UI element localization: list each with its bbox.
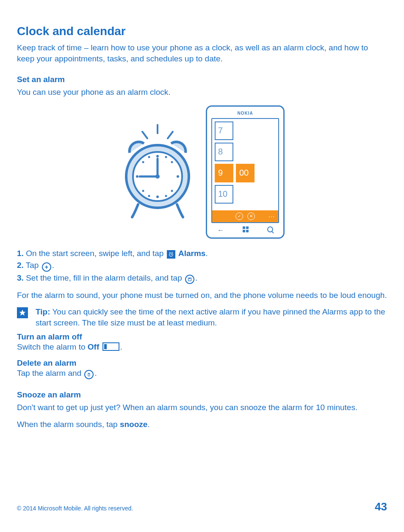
set-alarm-lead: You can use your phone as an alarm clock… — [17, 87, 387, 98]
turn-off-heading: Turn an alarm off — [17, 332, 387, 342]
back-arrow-icon: ← — [217, 226, 224, 234]
trash-circle-icon — [84, 370, 94, 379]
page-footer: © 2014 Microsoft Mobile. All rights rese… — [17, 500, 387, 513]
more-icon: ··· — [268, 213, 275, 220]
svg-point-7 — [136, 175, 138, 178]
svg-point-9 — [142, 161, 144, 163]
svg-point-10 — [171, 161, 173, 163]
svg-line-23 — [169, 252, 170, 253]
svg-rect-26 — [189, 278, 191, 279]
plus-circle-icon: + — [42, 262, 51, 272]
time-picker-7: 7 — [215, 121, 233, 140]
step-2-number: 2. — [17, 261, 24, 270]
svg-point-11 — [142, 190, 144, 192]
search-icon — [267, 226, 273, 232]
time-picker-00: 00 — [236, 164, 255, 182]
page-number: 43 — [375, 500, 387, 513]
check-circle-icon: ✓ — [235, 212, 243, 220]
snooze-p2: When the alarm sounds, tap snooze. — [17, 419, 387, 430]
svg-point-6 — [156, 196, 159, 198]
phone-nav-bar: ← — [211, 223, 279, 235]
svg-point-8 — [177, 175, 179, 178]
set-alarm-heading: Set an alarm — [17, 75, 387, 84]
illustration: NOKIA 7 8 9 00 10 ✓ ✕ ··· ← — [17, 105, 387, 239]
step-2: 2. Tap +. — [17, 260, 387, 272]
phone-app-bar: ✓ ✕ ··· — [212, 210, 278, 222]
tip-text: Tip: You can quickly see the time of the… — [36, 306, 387, 328]
alarms-label: Alarms — [178, 249, 205, 258]
save-circle-icon — [185, 275, 194, 284]
svg-point-12 — [171, 190, 173, 192]
svg-line-1 — [142, 132, 147, 138]
svg-point-15 — [148, 195, 150, 197]
x-circle-icon: ✕ — [247, 212, 255, 220]
step-1-number: 1. — [17, 249, 24, 258]
time-picker-8: 8 — [215, 143, 233, 161]
step-3-number: 3. — [17, 273, 24, 282]
phone-mockup: NOKIA 7 8 9 00 10 ✓ ✕ ··· ← — [206, 105, 285, 239]
svg-marker-27 — [19, 310, 26, 316]
phone-screen: 7 8 9 00 10 ✓ ✕ ··· — [211, 118, 279, 223]
alarms-tile-icon — [167, 250, 175, 259]
svg-point-5 — [156, 155, 159, 157]
page-title: Clock and calendar — [17, 25, 387, 38]
svg-rect-28 — [88, 374, 90, 376]
alarm-clock-illustration — [119, 123, 196, 221]
steps-list: 1. On the start screen, swipe left, and … — [17, 248, 387, 284]
windows-icon — [243, 226, 249, 232]
svg-line-24 — [172, 252, 173, 253]
star-tip-icon — [17, 307, 28, 318]
phone-brand: NOKIA — [211, 111, 279, 116]
svg-point-14 — [165, 156, 167, 158]
delete-body: Tap the alarm and . — [17, 368, 387, 379]
copyright: © 2014 Microsoft Mobile. All rights rese… — [17, 505, 133, 512]
time-picker-9: 9 — [215, 164, 233, 182]
snooze-p1: Don't want to get up just yet? When an a… — [17, 402, 387, 413]
svg-point-13 — [148, 156, 150, 158]
toggle-off-icon — [102, 342, 119, 351]
step-1: 1. On the start screen, swipe left, and … — [17, 248, 387, 259]
delete-heading: Delete an alarm — [17, 358, 387, 368]
step-3: 3. Set the time, fill in the alarm detai… — [17, 273, 387, 284]
svg-point-19 — [155, 174, 160, 179]
time-picker-10: 10 — [215, 185, 233, 204]
snooze-heading: Snooze an alarm — [17, 390, 387, 400]
tip-block: Tip: You can quickly see the time of the… — [17, 306, 387, 328]
turn-off-body: Switch the alarm to Off . — [17, 342, 387, 353]
svg-line-2 — [168, 132, 173, 138]
intro-paragraph: Keep track of time – learn how to use yo… — [17, 42, 387, 64]
svg-point-16 — [165, 195, 167, 197]
set-alarm-note: For the alarm to sound, your phone must … — [17, 290, 387, 301]
